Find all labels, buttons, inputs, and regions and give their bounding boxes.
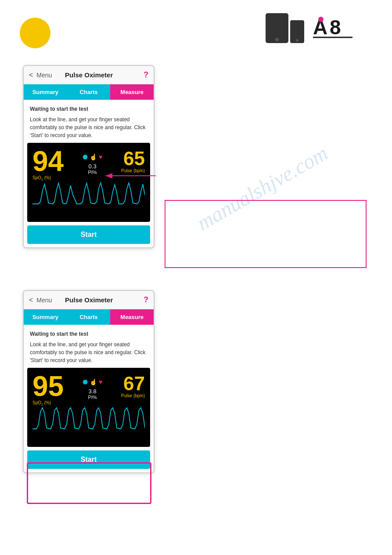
mockup-header-top: < Menu Pulse Oximeter ?: [24, 66, 154, 84]
back-button[interactable]: <: [29, 71, 33, 79]
bluetooth-icon-2: ⬣: [83, 378, 88, 385]
tab-charts-top[interactable]: Charts: [67, 84, 111, 100]
instructions-top: Waiting to start the test Look at the li…: [24, 100, 154, 143]
svg-point-1: [318, 17, 324, 22]
tab-bar-top: Summary Charts Measure: [24, 84, 154, 100]
tab-bar-bottom: Summary Charts Measure: [24, 309, 154, 325]
tablet-icon: [266, 13, 288, 43]
instructions-title: Waiting to start the test: [30, 105, 147, 113]
page-title-2: Pulse Oximeter: [38, 296, 140, 304]
start-button-top[interactable]: Start: [27, 225, 150, 244]
pi-value-top: 0.3: [89, 163, 97, 170]
oxy-display-bottom: 95 SpO2 (%) ⬣ ☝ ♥ 3.8 PI% 67 Pulse (bpm): [27, 368, 150, 447]
instructions-title-2: Waiting to start the test: [30, 330, 147, 338]
pulse-label-bottom: Pulse (bpm): [121, 393, 145, 398]
oxy-display-top: 94 SpO2 (%) ⬣ ☝ ♥ 0.3 PI% 65 Pulse (bpm): [27, 143, 150, 222]
help-button-2[interactable]: ?: [144, 295, 148, 305]
wave-svg-top: [32, 182, 145, 210]
top-phone-mockup: < Menu Pulse Oximeter ? Summary Charts M…: [23, 65, 155, 248]
pink-arrow-annotation: [99, 170, 169, 181]
mockup-header-bottom: < Menu Pulse Oximeter ?: [24, 291, 154, 309]
pulse-value-bottom: 67: [121, 374, 145, 393]
tab-summary-bottom[interactable]: Summary: [24, 309, 67, 325]
hand-icon-2: ☝: [90, 378, 97, 385]
instructions-bottom: Waiting to start the test Look at the li…: [24, 325, 154, 368]
a8-logo-svg: A 8: [313, 14, 374, 40]
phone-icon: [290, 20, 304, 43]
devices-icon: [266, 13, 304, 43]
svg-text:8: 8: [330, 16, 341, 39]
spo2-value-top: 94: [32, 147, 64, 175]
tab-measure-bottom[interactable]: Measure: [110, 309, 154, 325]
bluetooth-icon: ⬣: [83, 153, 88, 160]
pink-rect-annotation-top: [165, 200, 367, 268]
tab-measure-top[interactable]: Measure: [110, 84, 154, 100]
help-button[interactable]: ?: [144, 70, 148, 80]
heart-icon: ♥: [99, 153, 102, 160]
back-button-2[interactable]: <: [29, 296, 33, 304]
start-button-bottom[interactable]: Start: [27, 450, 150, 469]
instructions-body: Look at the line, and get your finger se…: [30, 116, 147, 139]
wave-svg-bottom: [32, 407, 145, 435]
tab-summary-top[interactable]: Summary: [24, 84, 67, 100]
pi-value-bottom: 3.8: [89, 388, 97, 395]
pulse-value-top: 65: [121, 149, 145, 168]
pi-label-bottom: PI%: [88, 395, 97, 400]
waveform-top: [32, 182, 145, 213]
hand-icon: ☝: [90, 153, 97, 160]
bottom-phone-mockup: < Menu Pulse Oximeter ? Summary Charts M…: [23, 290, 155, 473]
logo-area: A 8: [313, 14, 374, 42]
top-right-area: A 8: [266, 13, 374, 43]
heart-icon-2: ♥: [99, 378, 102, 385]
pi-label-top: PI%: [88, 170, 97, 175]
instructions-body-2: Look at the line, and get your finger se…: [30, 341, 147, 364]
page-title: Pulse Oximeter: [38, 71, 140, 79]
waveform-bottom: [32, 407, 145, 438]
yellow-circle: [20, 18, 50, 48]
spo2-value-bottom: 95: [32, 372, 64, 400]
tab-charts-bottom[interactable]: Charts: [67, 309, 111, 325]
